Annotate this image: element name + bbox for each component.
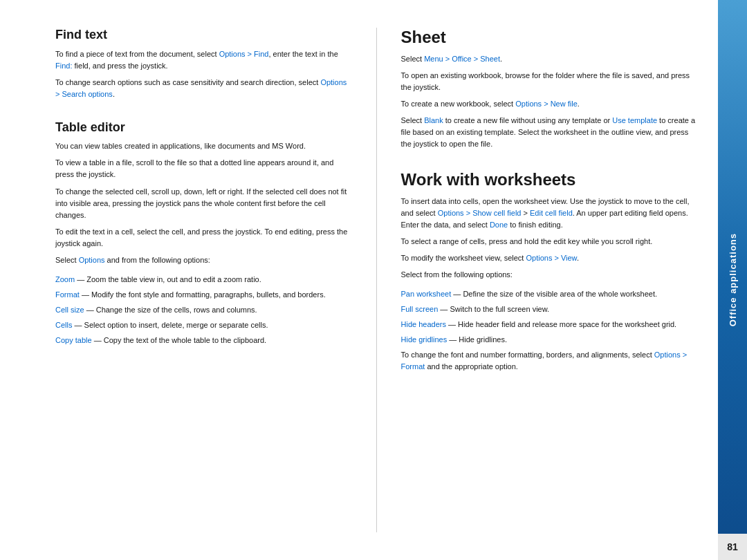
hide-headers-link[interactable]: Hide headers bbox=[401, 320, 446, 328]
page-number: 81 bbox=[727, 541, 738, 552]
sheet-para1: To open an existing workbook, browse for… bbox=[401, 70, 698, 93]
option-zoom: Zoom — Zoom the table view in, out and t… bbox=[55, 274, 352, 286]
hide-gridlines-link[interactable]: Hide gridlines bbox=[401, 335, 448, 344]
option-full-screen: Full screen — Switch to the full screen … bbox=[401, 304, 698, 315]
find-text-title: Find text bbox=[55, 28, 352, 43]
find-text-para1: To find a piece of text from the documen… bbox=[55, 48, 352, 72]
worksheets-footer: To change the font and number formatting… bbox=[401, 349, 698, 373]
table-editor-para5: Select Options and from the following op… bbox=[55, 254, 352, 266]
option-hide-headers: Hide headers — Hide header field and rel… bbox=[401, 319, 698, 330]
options-search-link[interactable]: Options > Search options bbox=[55, 78, 347, 98]
worksheets-options: Pan worksheet — Define the size of the v… bbox=[401, 288, 698, 349]
table-editor-title: Table editor bbox=[55, 120, 352, 136]
sheet-para2: To create a new workbook, select Options… bbox=[401, 98, 698, 110]
options-view-link[interactable]: Options > View bbox=[526, 254, 576, 262]
format-link[interactable]: Format bbox=[55, 290, 80, 299]
table-editor-para2: To view a table in a file, scroll to the… bbox=[55, 157, 352, 180]
column-divider bbox=[376, 28, 377, 532]
copy-table-link[interactable]: Copy table bbox=[55, 336, 92, 344]
options-format-link[interactable]: Options > Format bbox=[401, 351, 688, 371]
menu-office-sheet-link[interactable]: Menu > Office > Sheet bbox=[424, 55, 500, 63]
use-template-link[interactable]: Use template bbox=[612, 116, 657, 124]
table-editor-para3: To change the selected cell, scroll up, … bbox=[55, 186, 352, 221]
sidebar: Office applications 81 bbox=[718, 0, 747, 560]
table-editor-para1: You can view tables created in applicati… bbox=[55, 140, 352, 152]
option-pan-worksheet: Pan worksheet — Define the size of the v… bbox=[401, 288, 698, 300]
blank-link[interactable]: Blank bbox=[424, 116, 443, 124]
work-with-worksheets-title: Work with worksheets bbox=[401, 170, 698, 190]
done-link[interactable]: Done bbox=[490, 221, 508, 229]
right-column: Sheet Select Menu > Office > Sheet. To o… bbox=[401, 28, 698, 532]
table-editor-para4: To edit the text in a cell, select the c… bbox=[55, 226, 352, 250]
full-screen-link[interactable]: Full screen bbox=[401, 305, 439, 313]
worksheets-para1: To insert data into cells, open the work… bbox=[401, 196, 698, 231]
sheet-intro: Select Menu > Office > Sheet. bbox=[401, 53, 698, 65]
table-editor-options: Zoom — Zoom the table view in, out and t… bbox=[55, 274, 352, 350]
find-text-section: Find text To find a piece of text from t… bbox=[55, 28, 352, 105]
find-field-link[interactable]: Find: bbox=[55, 62, 72, 70]
worksheets-para3: To modify the worksheet view, select Opt… bbox=[401, 252, 698, 264]
worksheets-para4: Select from the following options: bbox=[401, 269, 698, 281]
sheet-para3: Select Blank to create a new file withou… bbox=[401, 115, 698, 150]
option-hide-gridlines: Hide gridlines — Hide gridlines. bbox=[401, 334, 698, 346]
sidebar-label: Office applications bbox=[728, 233, 738, 326]
worksheets-para2: To select a range of cells, press and ho… bbox=[401, 236, 698, 248]
option-format: Format — Modify the font style and forma… bbox=[55, 289, 352, 301]
find-text-para2: To change search options such as case se… bbox=[55, 77, 352, 100]
option-copy-table: Copy table — Copy the text of the whole … bbox=[55, 335, 352, 346]
options-show-cell-link[interactable]: Options > Show cell field bbox=[438, 209, 522, 217]
cells-link[interactable]: Cells bbox=[55, 321, 72, 329]
option-cell-size: Cell size — Change the size of the cells… bbox=[55, 304, 352, 316]
sheet-section: Sheet Select Menu > Office > Sheet. To o… bbox=[401, 28, 698, 155]
option-cells: Cells — Select option to insert, delete,… bbox=[55, 319, 352, 331]
main-content: Find text To find a piece of text from t… bbox=[0, 0, 718, 560]
left-column: Find text To find a piece of text from t… bbox=[55, 28, 352, 532]
zoom-link[interactable]: Zoom bbox=[55, 275, 75, 283]
sheet-title: Sheet bbox=[401, 28, 698, 48]
options-link[interactable]: Options bbox=[79, 256, 105, 264]
edit-cell-field-link[interactable]: Edit cell field bbox=[530, 209, 573, 217]
page-number-box: 81 bbox=[718, 534, 747, 560]
work-with-worksheets-section: Work with worksheets To insert data into… bbox=[401, 170, 698, 377]
options-new-file-link[interactable]: Options > New file bbox=[515, 100, 578, 108]
cell-size-link[interactable]: Cell size bbox=[55, 306, 84, 314]
pan-worksheet-link[interactable]: Pan worksheet bbox=[401, 290, 452, 298]
table-editor-section: Table editor You can view tables created… bbox=[55, 120, 352, 350]
options-find-link[interactable]: Options > Find bbox=[219, 50, 269, 58]
